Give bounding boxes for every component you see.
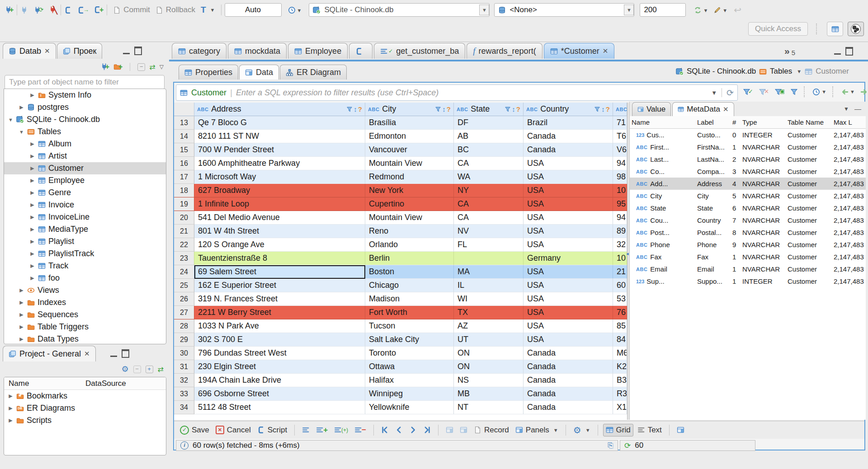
- chevron-right-icon[interactable]: ▶: [8, 417, 14, 423]
- record-button[interactable]: Record: [472, 424, 511, 436]
- cell-address[interactable]: 8210 111 ST NW: [194, 130, 365, 143]
- remove-filter-button[interactable]: ✕: [759, 88, 769, 96]
- cell-country[interactable]: USA: [524, 319, 613, 333]
- fetch-size-input[interactable]: 200: [640, 3, 686, 17]
- new-sql-editor-button[interactable]: [64, 6, 72, 14]
- perspective-dbeaver-button[interactable]: [848, 22, 864, 36]
- meta-cell-max-length[interactable]: 2,147,483: [832, 153, 866, 165]
- cell-extra[interactable]: 53: [613, 292, 627, 306]
- meta-cell-ordinal[interactable]: 1: [731, 251, 741, 263]
- cell-city[interactable]: Cupertino: [365, 197, 454, 211]
- table-row[interactable]: 31230 Elgin StreetOttawaONCanadaK2: [174, 360, 627, 374]
- cell-extra[interactable]: 84: [613, 333, 627, 347]
- meta-cell-max-length[interactable]: 2,147,483: [832, 275, 866, 287]
- meta-cell-table[interactable]: Customer: [786, 141, 832, 153]
- chevron-right-icon[interactable]: ▶: [19, 287, 24, 293]
- meta-cell-type[interactable]: NVARCHAR: [741, 190, 786, 202]
- table-row[interactable]: 13Qe 7 Bloco GBrasíliaDFBrazil71: [174, 116, 627, 130]
- sidebar-item-views[interactable]: ▶Views: [4, 284, 166, 296]
- table-row[interactable]: 2469 Salem StreetBostonMAUSA21: [174, 265, 627, 279]
- cell-country[interactable]: Germany: [524, 252, 613, 265]
- table-row[interactable]: 26319 N. Frances StreetMadisonWIUSA53: [174, 292, 627, 306]
- maximize-icon[interactable]: [845, 47, 853, 56]
- collapse-icon[interactable]: −: [133, 366, 141, 373]
- fetch-all-button[interactable]: [458, 425, 470, 435]
- table-row[interactable]: 30796 Dundas Street WestTorontoONCanadaM…: [174, 347, 627, 360]
- sort-icon[interactable]: ↕: [354, 105, 357, 113]
- meta-cell-max-length[interactable]: 2,147,483: [832, 239, 866, 251]
- schema-selector[interactable]: <None> ▼: [494, 3, 634, 17]
- minimize-icon[interactable]: [834, 48, 841, 55]
- meta-cell-label[interactable]: Compa...: [695, 165, 731, 178]
- sidebar-item-sqlite---chinook-db[interactable]: ▼SQLite - Chinook.db: [4, 113, 166, 126]
- open-sql-script-button[interactable]: →: [77, 6, 89, 14]
- meta-cell-type[interactable]: NVARCHAR: [741, 178, 786, 190]
- column-header-address[interactable]: ABCAddress↕?: [194, 103, 365, 116]
- sidebar-item-artist[interactable]: ▶Artist: [4, 150, 166, 162]
- cell-state[interactable]: IL: [454, 279, 524, 292]
- meta-cell-table[interactable]: Customer: [786, 263, 832, 275]
- meta-cell-max-length[interactable]: 2,147,483: [832, 141, 866, 153]
- meta-column-type[interactable]: Type: [742, 118, 788, 126]
- cell-extra[interactable]: 76: [613, 306, 627, 319]
- metadata-row[interactable]: ABCAdd...Address4NVARCHARCustomer2,147,4…: [630, 178, 866, 190]
- cell-extra[interactable]: 94: [613, 211, 627, 225]
- editor-tab-sqlitechino[interactable]: [349, 43, 373, 59]
- cell-country[interactable]: USA: [524, 170, 613, 184]
- meta-cell-label[interactable]: Suppo...: [695, 275, 731, 287]
- refresh-icon[interactable]: ⟳: [624, 441, 631, 450]
- cell-city[interactable]: Yellowknife: [365, 401, 454, 414]
- sidebar-item-tables[interactable]: ▼Tables: [4, 126, 166, 138]
- sidebar-item-postgres[interactable]: ▶postgres: [4, 101, 166, 113]
- column-header-name[interactable]: Name: [4, 379, 85, 388]
- connection-selector[interactable]: SQLite - Chinook.db ▼: [309, 3, 490, 17]
- cell-country[interactable]: Canada: [524, 374, 613, 387]
- cell-city[interactable]: Brasília: [365, 116, 454, 130]
- new-connection-button[interactable]: +: [5, 6, 14, 14]
- editor-tab-rewardsreport[interactable]: frewards_report(: [467, 43, 542, 59]
- table-row[interactable]: 148210 111 ST NWEdmontonABCanadaT6: [174, 130, 627, 143]
- cell-city[interactable]: New York: [365, 184, 454, 197]
- view-menu-icon[interactable]: ▽: [160, 64, 164, 70]
- cell-address[interactable]: 120 S Orange Ave: [194, 238, 365, 252]
- cell-city[interactable]: Salt Lake City: [365, 333, 454, 347]
- chevron-right-icon[interactable]: ▶: [29, 178, 35, 183]
- table-row[interactable]: 23Tauentzienstraße 8BerlinGermany10: [174, 252, 627, 265]
- meta-cell-type[interactable]: NVARCHAR: [741, 202, 786, 214]
- meta-cell-name[interactable]: ABCPost...: [630, 226, 695, 239]
- cell-address[interactable]: 801 W 4th Street: [194, 225, 365, 238]
- cell-state[interactable]: NY: [454, 184, 524, 197]
- cell-city[interactable]: Orlando: [365, 238, 454, 252]
- maximize-icon[interactable]: [134, 47, 142, 55]
- cell-extra[interactable]: 85: [613, 319, 627, 333]
- meta-cell-label[interactable]: LastNa...: [695, 153, 731, 165]
- cell-state[interactable]: CA: [454, 211, 524, 225]
- metadata-row[interactable]: ABCCo...Compa...3NVARCHARCustomer2,147,4…: [630, 165, 866, 178]
- new-sql-script-button[interactable]: +: [94, 6, 104, 14]
- value-view-button[interactable]: [675, 425, 687, 435]
- next-row-button[interactable]: [407, 425, 419, 435]
- cell-country[interactable]: USA: [524, 157, 613, 170]
- meta-cell-name[interactable]: ABCState: [630, 202, 695, 214]
- cell-extra[interactable]: X1: [613, 401, 627, 414]
- chevron-right-icon[interactable]: ▶: [29, 153, 35, 159]
- meta-cell-type[interactable]: NVARCHAR: [741, 226, 786, 239]
- prev-row-button[interactable]: [393, 425, 405, 435]
- cell-address[interactable]: 302 S 700 E: [194, 333, 365, 347]
- cell-extra[interactable]: B3: [613, 374, 627, 387]
- meta-cell-label[interactable]: City: [695, 190, 731, 202]
- editor-tab-employee[interactable]: Employee: [288, 43, 348, 59]
- cell-state[interactable]: ON: [454, 347, 524, 360]
- sidebar-item-playlisttrack[interactable]: ▶PlaylistTrack: [4, 248, 166, 260]
- panel-minimize-icon[interactable]: —: [854, 105, 861, 113]
- tab-properties[interactable]: Properties: [179, 65, 238, 80]
- metadata-row[interactable]: ABCEmailEmail1NVARCHARCustomer2,147,483: [630, 263, 866, 275]
- metadata-row[interactable]: ABCStateState6NVARCHARCustomer2,147,483: [630, 202, 866, 214]
- cell-state[interactable]: MB: [454, 387, 524, 401]
- project-item-bookmarks[interactable]: ▶★Bookmarks: [4, 390, 166, 402]
- quick-access-input[interactable]: Quick Access: [748, 22, 808, 36]
- metadata-row[interactable]: ABCLast...LastNa...2NVARCHARCustomer2,14…: [630, 153, 866, 165]
- metadata-row[interactable]: 123Cus...Custo...0INTEGERCustomer2,147,4…: [630, 129, 866, 141]
- nav-forward-button[interactable]: ▼: [860, 88, 868, 96]
- chevron-right-icon[interactable]: ▶: [19, 300, 24, 305]
